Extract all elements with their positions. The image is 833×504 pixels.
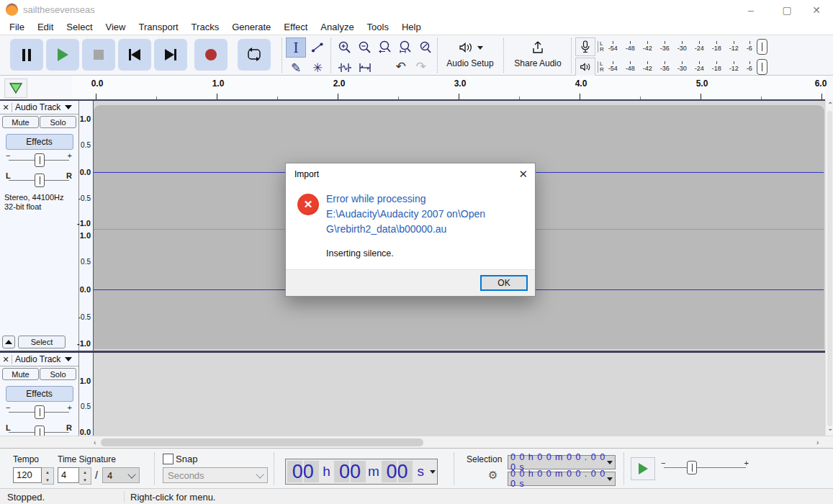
undo-button[interactable]: ↶ [391, 58, 410, 76]
track-2-vertical-ruler[interactable]: 1.0 0.5 0.0 [79, 353, 94, 436]
timesig-upper-input[interactable]: 4 [58, 467, 79, 483]
close-button[interactable]: ✕ [800, 0, 833, 19]
menu-analyze[interactable]: Analyze [314, 22, 360, 32]
selection-grip[interactable] [454, 453, 454, 485]
track-2-solo-button[interactable]: Solo [40, 368, 76, 380]
redo-button[interactable]: ↷ [411, 58, 431, 76]
fit-selection-button[interactable] [395, 38, 415, 56]
share-audio-grip[interactable] [503, 38, 504, 73]
timesig-spin-arrows[interactable]: ▲▼ [79, 467, 91, 485]
play-speed-thumb[interactable] [687, 461, 697, 474]
dialog-close-button[interactable]: ✕ [518, 168, 528, 181]
menu-edit[interactable]: Edit [31, 22, 60, 32]
pause-button[interactable] [10, 39, 43, 71]
envelope-tool-button[interactable] [307, 37, 328, 58]
timebar-grip[interactable] [274, 453, 274, 485]
track-2-waveform-area[interactable] [94, 353, 825, 436]
menu-transport[interactable]: Transport [132, 22, 184, 32]
track-1-gain-slider[interactable]: − + [6, 151, 72, 166]
scroll-down-arrow-icon[interactable]: ⌄ [827, 425, 833, 432]
menu-generate[interactable]: Generate [225, 22, 277, 32]
vertical-scrollbar-thumb[interactable] [827, 111, 832, 426]
time-hours[interactable]: 00 [287, 461, 319, 482]
playback-meter[interactable]: LR -54-48 -42-36 -30-24 -18-12 -6 [575, 58, 770, 76]
playback-volume-slider[interactable] [757, 59, 767, 75]
trim-audio-button[interactable] [335, 58, 354, 76]
zoom-selection-button[interactable] [375, 38, 395, 56]
track-1-title[interactable]: Audio Track [12, 102, 60, 112]
track-2-pan-slider[interactable]: L R [6, 423, 72, 436]
ok-button[interactable]: OK [480, 275, 528, 291]
skip-to-start-button[interactable] [118, 39, 151, 71]
selection-tool-button[interactable]: I [286, 37, 306, 58]
track-1-close-button[interactable]: ✕ [0, 103, 12, 112]
track-1-menu-caret-icon[interactable] [65, 105, 72, 109]
record-meter[interactable]: LR -54-48 -42-36 -30-24 -18-12 -6 [575, 37, 770, 55]
tempo-spin-arrows[interactable]: ▲▼ [42, 467, 54, 485]
horizontal-scrollbar[interactable]: ‹ › [0, 436, 833, 448]
snap-checkbox[interactable] [163, 454, 174, 464]
track-1-mute-button[interactable]: Mute [2, 116, 39, 128]
scroll-left-arrow-icon[interactable]: ‹ [94, 439, 96, 446]
menu-help[interactable]: Help [395, 22, 428, 32]
tempo-spinner[interactable]: 120 ▲▼ [13, 467, 54, 485]
meter-toolbar-grip[interactable] [571, 38, 572, 73]
tools-toolbar-grip[interactable] [282, 38, 282, 73]
track-2-gain-slider[interactable]: − + [6, 403, 72, 418]
track-1-solo-button[interactable]: Solo [40, 116, 76, 128]
maximize-button[interactable]: ▢ [770, 0, 803, 19]
record-meter-button[interactable] [575, 37, 595, 56]
menu-select[interactable]: Select [60, 22, 99, 32]
track-1-pan-thumb[interactable] [35, 174, 45, 187]
track-2-menu-caret-icon[interactable] [65, 357, 72, 361]
edit-toolbar-grip[interactable] [330, 38, 331, 73]
timesig-upper-spinner[interactable]: 4 ▲▼ [58, 467, 91, 485]
skip-to-end-button[interactable] [154, 39, 187, 71]
track-2-gain-thumb[interactable] [35, 405, 45, 419]
time-seconds[interactable]: 00 [382, 461, 413, 482]
track-1-vertical-ruler[interactable]: 1.0 0.5 0.0 -0.5 -1.0 1.0 0.5 0.0 -0.5 -… [79, 101, 94, 351]
audio-setup-grip[interactable] [437, 38, 438, 73]
menu-view[interactable]: View [99, 22, 132, 32]
snap-grip[interactable] [154, 453, 155, 485]
track-2-title[interactable]: Audio Track [12, 354, 60, 364]
timesig-lower-dropdown[interactable]: 4 [102, 467, 140, 483]
play-at-speed-grip[interactable] [623, 453, 624, 485]
track-2-mute-button[interactable]: Mute [2, 368, 39, 380]
horizontal-scrollbar-thumb[interactable] [101, 438, 423, 446]
timebar-format-caret-icon[interactable] [430, 470, 436, 474]
track-1-select-button[interactable]: Select [18, 336, 66, 348]
scroll-up-arrow-icon[interactable]: ⌃ [827, 102, 833, 109]
track-1-gain-thumb[interactable] [35, 153, 45, 167]
track-1-pan-slider[interactable]: L R [6, 171, 72, 186]
time-minutes[interactable]: 00 [334, 461, 366, 482]
timeline-ruler[interactable]: 0.0 1.0 2.0 3.0 4.0 5.0 6.0 [72, 76, 825, 99]
track-2-close-button[interactable]: ✕ [0, 355, 12, 364]
zoom-in-button[interactable] [335, 38, 354, 56]
vertical-scrollbar[interactable]: ⌃ ⌄ [825, 99, 833, 436]
selection-end-field[interactable]: 0 0 h 0 0 m 0 0 . 0 0 0 s [508, 472, 616, 486]
share-audio-button[interactable]: Share Audio [507, 37, 569, 74]
record-button[interactable] [194, 39, 228, 71]
playback-meter-button[interactable] [575, 58, 595, 76]
audio-position-timebar[interactable]: 00 h 00 m 00 s [285, 459, 438, 485]
menu-tools[interactable]: Tools [361, 22, 395, 32]
draw-tool-button[interactable]: ✎ [286, 58, 306, 78]
menu-effect[interactable]: Effect [277, 22, 314, 32]
track-2-effects-button[interactable]: Effects [6, 386, 73, 402]
play-button[interactable] [46, 39, 79, 71]
selection-start-field[interactable]: 0 0 h 0 0 m 0 0 . 0 0 0 s [508, 455, 616, 469]
snap-dropdown[interactable]: Seconds [163, 467, 268, 483]
loop-button[interactable] [238, 39, 271, 71]
loop-region-button[interactable] [4, 78, 27, 98]
zoom-toggle-button[interactable] [415, 38, 435, 56]
record-volume-slider[interactable] [757, 39, 767, 55]
selection-settings-gear-icon[interactable]: ⚙ [488, 469, 497, 482]
play-at-speed-button[interactable] [631, 457, 655, 480]
silence-audio-button[interactable] [355, 58, 374, 76]
audio-setup-button[interactable]: Audio Setup [441, 37, 500, 74]
scroll-right-arrow-icon[interactable]: › [816, 439, 819, 446]
minimize-button[interactable]: – [734, 0, 767, 19]
menu-tracks[interactable]: Tracks [185, 22, 226, 32]
tempo-input[interactable]: 120 [13, 467, 42, 483]
